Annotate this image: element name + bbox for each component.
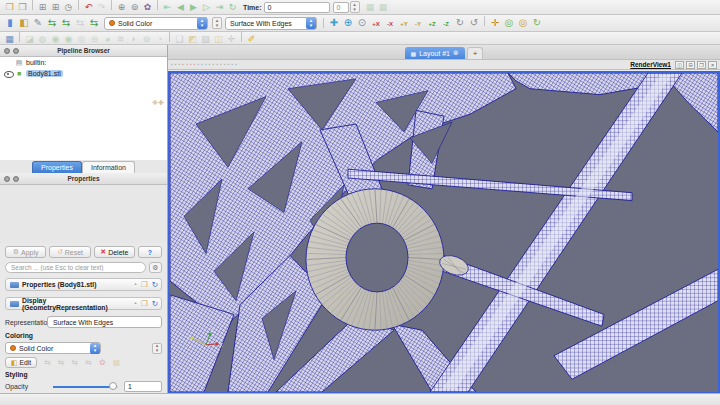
rotation-center-icon[interactable]: ✛	[488, 15, 502, 31]
loop-icon[interactable]: ↻	[226, 0, 239, 14]
view-decoration-icon[interactable]: ▪	[171, 60, 173, 69]
view-decoration-icon[interactable]: ▪	[235, 60, 237, 69]
favorites-icon[interactable]: ✿	[99, 358, 106, 367]
rescale-custom-range-icon[interactable]: ⇆	[59, 15, 73, 31]
stream-tracer-icon[interactable]: ◎	[75, 33, 88, 45]
frame-input[interactable]: 0	[333, 2, 349, 13]
warp-filter-icon[interactable]: ◕	[101, 33, 114, 45]
rotate-90-ccw-icon[interactable]: ↺	[467, 15, 481, 31]
component-stepper-icon[interactable]	[212, 17, 222, 29]
view-decoration-icon[interactable]: ▪	[213, 60, 215, 69]
view-decoration-icon[interactable]: ▪	[182, 60, 184, 69]
show-center-axes-icon[interactable]: ◎	[516, 15, 530, 31]
threshold-filter-icon[interactable]: ◉	[49, 33, 62, 45]
pick-center-icon[interactable]: ↻	[530, 15, 544, 31]
slice-filter-icon[interactable]: ◍	[36, 33, 49, 45]
first-frame-icon[interactable]: ⇤	[161, 0, 174, 14]
contour-filter-icon[interactable]: ◉	[62, 33, 75, 45]
combo-stepper-icon[interactable]	[90, 343, 100, 354]
representation-select[interactable]: Surface With Edges	[47, 316, 162, 328]
view-decoration-icon[interactable]: ▪	[220, 60, 222, 69]
view-decoration-icon[interactable]: ▪	[205, 60, 207, 69]
next-frame-icon[interactable]: ▷	[200, 0, 213, 14]
view-decoration-icon[interactable]: ▪	[232, 60, 234, 69]
view-decoration-icon[interactable]: ▪	[228, 60, 230, 69]
pipeline-item-body81-stl[interactable]: ■Body81.stl	[0, 68, 167, 79]
close-tab-icon[interactable]: ⊗	[453, 49, 459, 57]
plot-filter-icon[interactable]: ⊚	[140, 33, 153, 45]
open-recent-icon[interactable]: ❒	[16, 0, 29, 14]
select-cells-on-icon[interactable]: ❏	[173, 33, 186, 45]
restore-defaults-icon[interactable]: ◔	[132, 279, 137, 290]
interactive-select-icon[interactable]: ✛	[225, 33, 238, 45]
apply-button[interactable]: ⚙Apply	[5, 246, 46, 258]
pipeline-browser-list[interactable]: ▤builtin:■Body81.stl❖✚	[0, 57, 167, 160]
tab-information[interactable]: Information	[82, 161, 135, 173]
render-view-title[interactable]: RenderView1	[630, 61, 671, 68]
view-decoration-icon[interactable]: ▪	[209, 60, 211, 69]
close-view-icon[interactable]: ✕	[708, 61, 717, 69]
open-file-icon[interactable]: ❒	[3, 0, 16, 14]
rescale-custom-icon[interactable]: ⇆	[58, 358, 65, 367]
search-input[interactable]	[5, 262, 146, 273]
undo-icon[interactable]: ↶	[82, 0, 95, 14]
add-layout-button[interactable]: +	[467, 47, 484, 59]
redo-icon[interactable]: ↷	[95, 0, 108, 14]
play-icon[interactable]: ▶	[187, 0, 200, 14]
split-vertical-icon[interactable]: ⊟	[686, 61, 695, 69]
view-plus-z-icon[interactable]: +Z	[425, 16, 439, 32]
pipeline-add-icon[interactable]: ✚	[158, 99, 164, 107]
panel-window-dots[interactable]	[4, 48, 19, 54]
visibility-eye-icon[interactable]	[4, 70, 13, 77]
rotate-90-cw-icon[interactable]: ↻	[453, 15, 467, 31]
view-decoration-icon[interactable]: ▪	[224, 60, 226, 69]
color-legend-icon[interactable]: ▮	[3, 15, 17, 31]
zoom-to-box-icon[interactable]: ⊙	[355, 15, 369, 31]
view-plus-y-icon[interactable]: +Y	[397, 16, 411, 32]
color-by-combo[interactable]: Solid Color	[104, 17, 208, 30]
save-state-icon[interactable]: ⊞	[36, 0, 49, 14]
split-horizontal-icon[interactable]: ◫	[675, 61, 684, 69]
search-options-gear-icon[interactable]: ⚙	[149, 262, 162, 273]
last-frame-icon[interactable]: ⇥	[213, 0, 226, 14]
view-minus-x-icon[interactable]: -X	[383, 16, 397, 32]
tab-layout-1[interactable]: ▦ Layout #1 ⊗	[405, 47, 465, 59]
restore-defaults-icon[interactable]: ◔	[132, 298, 137, 309]
rescale-visible-icon[interactable]: ⇆	[85, 358, 92, 367]
auto-apply-icon[interactable]: ▦	[364, 0, 377, 14]
reset-button[interactable]: ↺Reset	[49, 246, 90, 258]
view-decoration-icon[interactable]: ▪	[179, 60, 181, 69]
view-decoration-icon[interactable]: ▪	[186, 60, 188, 69]
glyph-filter-icon[interactable]: ⊜	[88, 33, 101, 45]
view-decoration-icon[interactable]: ▪	[175, 60, 177, 69]
properties-section-header[interactable]: Properties (Body81.stl) ◔❐↻	[5, 278, 162, 291]
component-stepper-icon[interactable]	[152, 343, 162, 354]
choose-preset-icon[interactable]: ▦	[113, 358, 121, 367]
timer-icon[interactable]: ◷	[62, 0, 75, 14]
auto-apply-all-icon[interactable]: ▦	[377, 0, 390, 14]
color-map-icon[interactable]: ◧	[17, 15, 31, 31]
view-decoration-icon[interactable]: ▪	[190, 60, 192, 69]
render-scene[interactable]: Y Z X	[170, 73, 718, 392]
load-palette-icon[interactable]: ✿	[141, 0, 154, 14]
maximize-view-icon[interactable]: ❐	[697, 61, 706, 69]
rescale-temporal-range-icon[interactable]: ⇆	[73, 15, 87, 31]
panel-window-dots[interactable]	[4, 176, 19, 182]
show-orientation-axes-icon[interactable]: ◎	[502, 15, 516, 31]
reset-to-defaults-icon[interactable]: ↻	[152, 279, 158, 290]
extract-filter-icon[interactable]: ◗	[127, 33, 140, 45]
rescale-visible-range-icon[interactable]: ⇆	[87, 15, 101, 31]
combo-stepper-icon[interactable]	[197, 17, 207, 29]
load-state-icon[interactable]: ⊞	[49, 0, 62, 14]
probe-filter-icon[interactable]: ◔	[153, 33, 166, 45]
view-decoration-icon[interactable]: ▪	[194, 60, 196, 69]
camera-redo-icon[interactable]: ⊚	[128, 0, 141, 14]
group-filter-icon[interactable]: ≋	[114, 33, 127, 45]
time-input[interactable]: 0	[264, 2, 330, 13]
opacity-slider[interactable]	[53, 386, 118, 388]
view-plus-x-icon[interactable]: +X	[369, 16, 383, 32]
delete-button[interactable]: ✕Delete	[94, 246, 135, 258]
zoom-to-data-icon[interactable]: ⊕	[341, 15, 355, 31]
view-minus-y-icon[interactable]: -Y	[411, 16, 425, 32]
previous-frame-icon[interactable]: ◀	[174, 0, 187, 14]
